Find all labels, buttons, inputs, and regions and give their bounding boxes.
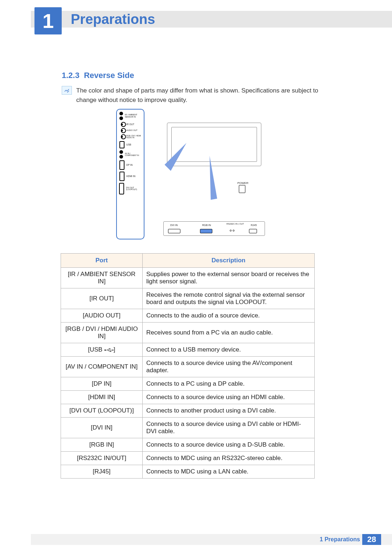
port-label: AUDIO OUT (126, 130, 138, 132)
section-title: Reverse Side (84, 71, 134, 80)
port-label: RGB / DVI / HDMI AUDIO IN (126, 135, 143, 139)
port-label: IR OUT (126, 123, 134, 126)
description-cell: Receives sound from a PC via an audio ca… (143, 323, 315, 343)
port-label: IR / AMBIENT SENSOR IN (125, 114, 143, 118)
table-row: [DP IN]Connects to a PC using a DP cable… (61, 377, 315, 391)
port-label: HDMI IN (126, 175, 135, 178)
chapter-number: 1 (42, 9, 54, 33)
port-label: DVI OUT (LOOPOUT) (126, 187, 143, 191)
table-row: [RJ45]Connects to MDC using a LAN cable. (61, 465, 315, 479)
svg-marker-2 (113, 349, 114, 350)
page: 1 Preparations 1.2.3 Reverse Side The co… (0, 0, 392, 554)
svg-point-0 (105, 349, 106, 350)
svg-point-4 (110, 351, 111, 352)
table-row: [USB ]Connect to a USB memory device. (61, 343, 315, 357)
port-cell: [RS232C IN/OUT] (61, 452, 143, 465)
description-cell: Connects to a PC using a DP cable. (143, 377, 315, 391)
table-row: [AUDIO OUT]Connects to the audio of a so… (61, 309, 315, 323)
port-cell: [USB ] (61, 343, 143, 357)
footer-page-number: 28 (362, 534, 381, 545)
port-cell: [DVI IN] (61, 418, 143, 438)
table-row: [AV IN / COMPONENT IN]Connects to a sour… (61, 357, 315, 377)
side-port-panel: IR / AMBIENT SENSOR IN IR OUT AUDIO OUT … (116, 109, 144, 239)
port-cell: [AV IN / COMPONENT IN] (61, 357, 143, 377)
table-header-port: Port (61, 254, 143, 268)
description-cell: Connects to the audio of a source device… (143, 309, 315, 323)
port-cell: [RJ45] (61, 465, 143, 479)
table-row: [DVI IN]Connects to a source device usin… (61, 418, 315, 438)
table-row: [HDMI IN]Connects to a source device usi… (61, 391, 315, 404)
port-cell: [RGB / DVI / HDMI AUDIO IN] (61, 323, 143, 343)
table-header-description: Description (143, 254, 315, 268)
page-number: 28 (367, 535, 376, 544)
section-number: 1.2.3 (62, 71, 79, 80)
table-row: [IR OUT]Receives the remote control sign… (61, 288, 315, 309)
note-text: The color and shape of parts may differ … (76, 86, 338, 105)
port-label: RS232C IN | OUT (226, 223, 244, 225)
port-cell: [DP IN] (61, 377, 143, 391)
port-cell: [RGB IN] (61, 438, 143, 452)
svg-rect-3 (110, 348, 110, 349)
port-cell: [HDMI IN] (61, 391, 143, 404)
description-cell: Connects to another product using a DVI … (143, 404, 315, 418)
section-heading: 1.2.3 Reverse Side (62, 71, 134, 80)
port-label: RJ45 (251, 224, 257, 226)
description-cell: Connect to a USB memory device. (143, 343, 315, 357)
description-cell: Connects to a source device using an HDM… (143, 391, 315, 404)
note-icon (62, 86, 72, 95)
ports-table: Port Description [IR / AMBIENT SENSOR IN… (61, 253, 315, 479)
table-row: [RGB / DVI / HDMI AUDIO IN]Receives soun… (61, 323, 315, 343)
port-cell: [IR / AMBIENT SENSOR IN] (61, 268, 143, 288)
power-label: POWER (237, 181, 248, 185)
description-cell: Connects to a source device using a DVI … (143, 418, 315, 438)
reverse-side-diagram: IR / AMBIENT SENSOR IN IR OUT AUDIO OUT … (116, 109, 261, 243)
port-label: DP IN (126, 164, 132, 167)
description-cell: Connects to a source device using a D-SU… (143, 438, 315, 452)
footer-text: 1 Preparations (320, 536, 360, 543)
description-cell: Connects to MDC using an RS232C-stereo c… (143, 452, 315, 465)
power-port (239, 185, 245, 193)
description-cell: Receives the remote control signal via t… (143, 288, 315, 309)
table-row: [RGB IN]Connects to a source device usin… (61, 438, 315, 452)
chapter-number-box: 1 (34, 7, 62, 34)
port-label: USB (126, 144, 131, 146)
port-label: RGB IN (202, 224, 211, 226)
bottom-port-panel: DVI IN RGB IN RS232C IN | OUT RJ45 (163, 221, 265, 236)
description-cell: Supplies power to the external sensor bo… (143, 268, 315, 288)
table-row: [IR / AMBIENT SENSOR IN]Supplies power t… (61, 268, 315, 288)
description-cell: Connects to a source device using the AV… (143, 357, 315, 377)
description-cell: Connects to MDC using a LAN cable. (143, 465, 315, 479)
port-cell: [DVI OUT (LOOPOUT)] (61, 404, 143, 418)
port-label: AV IN / COMPONENT IN (125, 153, 143, 156)
port-cell: [AUDIO OUT] (61, 309, 143, 323)
port-cell: [IR OUT] (61, 288, 143, 309)
table-row: [RS232C IN/OUT]Connects to MDC using an … (61, 452, 315, 465)
chapter-title: Preparations (71, 12, 155, 27)
usb-icon (104, 346, 114, 353)
table-row: [DVI OUT (LOOPOUT)]Connects to another p… (61, 404, 315, 418)
port-label: DVI IN (170, 224, 178, 226)
